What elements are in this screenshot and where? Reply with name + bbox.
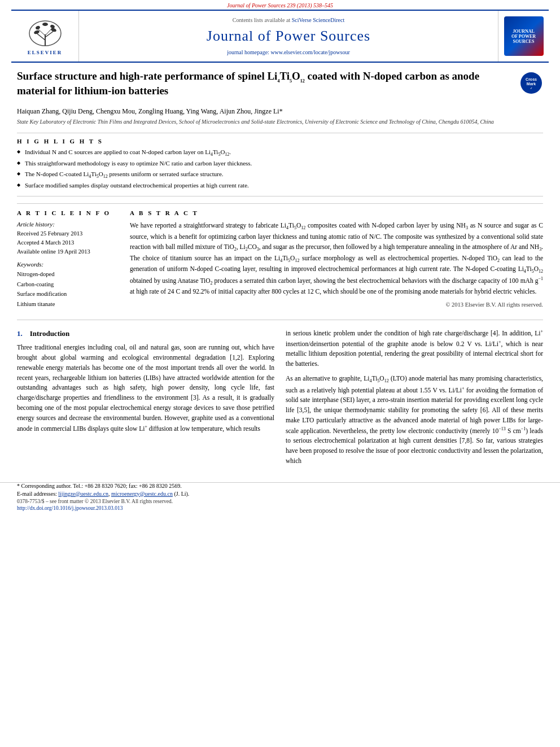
keyword-2: Carbon-coating bbox=[17, 279, 119, 290]
abstract-label: A B S T R A C T bbox=[130, 209, 543, 216]
doi-link[interactable]: http://dx.doi.org/10.1016/j.jpowsour.201… bbox=[17, 505, 123, 511]
issn-line: 0378-7753/$ – see front matter © 2013 El… bbox=[17, 499, 543, 504]
article-history-group: Article history: Received 25 February 20… bbox=[17, 221, 119, 256]
article-history-label: Article history: bbox=[17, 221, 119, 228]
keywords-group: Keywords: Nitrogen-doped Carbon-coating … bbox=[17, 261, 119, 309]
affiliation: State Key Laboratory of Electronic Thin … bbox=[17, 118, 543, 126]
introduction-two-col: 1. Introduction Three traditional energi… bbox=[17, 328, 543, 471]
doi-line: http://dx.doi.org/10.1016/j.jpowsour.201… bbox=[17, 505, 543, 511]
homepage-link[interactable]: journal homepage: www.elsevier.com/locat… bbox=[227, 49, 350, 55]
email-note: E-mail addresses: lijingze@uestc.edu.cn,… bbox=[17, 491, 543, 497]
available-date: Available online 19 April 2013 bbox=[17, 247, 119, 256]
intro-para-3: As an alternative to graphite, Li4Ti5O12… bbox=[286, 374, 543, 466]
keyword-4: Lithium titanate bbox=[17, 299, 119, 309]
keyword-1: Nitrogen-doped bbox=[17, 269, 119, 279]
intro-heading: 1. Introduction bbox=[17, 328, 274, 339]
svg-text:Cross: Cross bbox=[526, 77, 537, 81]
journal-header-center: Contents lists available at SciVerse Sci… bbox=[79, 11, 498, 62]
highlight-item-1: Individual N and C sources are applied t… bbox=[17, 148, 543, 158]
authors-line: Haiquan Zhang, Qijiu Deng, Chengxu Mou, … bbox=[17, 107, 543, 116]
article-info-abstract: A R T I C L E I N F O Article history: R… bbox=[17, 203, 543, 320]
introduction-section: 1. Introduction Three traditional energi… bbox=[17, 328, 543, 471]
main-content: Surface structure and high-rate performa… bbox=[0, 63, 560, 471]
received-date: Received 25 February 2013 bbox=[17, 229, 119, 238]
highlight-item-2: This straightforward methodology is easy… bbox=[17, 159, 543, 168]
highlight-item-3: The N-doped C-coated Li4Ti5O12 presents … bbox=[17, 170, 543, 180]
intro-para-1: Three traditional energies including coa… bbox=[17, 343, 274, 434]
contents-available-text: Contents lists available at SciVerse Sci… bbox=[233, 17, 345, 23]
keywords-label: Keywords: bbox=[17, 261, 119, 268]
email-label: E-mail addresses: bbox=[17, 491, 57, 497]
corresponding-author-note: * Corresponding author. Tel.: +86 28 832… bbox=[17, 483, 543, 489]
keyword-3: Surface modification bbox=[17, 289, 119, 299]
highlights-label: H I G H L I G H T S bbox=[17, 138, 543, 145]
email-link-2[interactable]: microenergy@uestc.edu.cn bbox=[111, 491, 173, 497]
highlight-item-4: Surface modified samples display outstan… bbox=[17, 181, 543, 190]
copyright-text: © 2013 Elsevier B.V. All rights reserved… bbox=[130, 302, 543, 308]
svg-text:✓: ✓ bbox=[530, 86, 532, 90]
elsevier-tree-icon bbox=[25, 18, 65, 49]
sciverse-link[interactable]: SciVerse ScienceDirect bbox=[292, 17, 345, 23]
journal-header: ELSEVIER Contents lists available at Sci… bbox=[11, 10, 549, 63]
email-link[interactable]: lijingze@uestc.edu.cn bbox=[58, 491, 108, 497]
article-title: Surface structure and high-rate performa… bbox=[17, 69, 515, 98]
highlights-section: H I G H L I G H T S Individual N and C s… bbox=[17, 133, 543, 197]
elsevier-logo: ELSEVIER bbox=[25, 18, 65, 55]
svg-point-11 bbox=[42, 23, 48, 26]
section-number: 1. bbox=[17, 329, 23, 338]
crossmark-badge: Cross Mark ✓ bbox=[520, 72, 543, 95]
intro-para-2: in serious kinetic problem under the con… bbox=[286, 328, 543, 369]
elsevier-label: ELSEVIER bbox=[28, 50, 63, 55]
article-info-label: A R T I C L E I N F O bbox=[17, 209, 119, 216]
journal-homepage: journal homepage: www.elsevier.com/locat… bbox=[227, 49, 350, 55]
journal-logo-text: JOURNALOF POWERSOURCES bbox=[511, 29, 536, 44]
journal-reference: Journal of Power Sources 239 (2013) 538–… bbox=[227, 2, 333, 8]
page-footer: * Corresponding author. Tel.: +86 28 832… bbox=[0, 482, 560, 517]
accepted-date: Accepted 4 March 2013 bbox=[17, 238, 119, 247]
journal-title: Journal of Power Sources bbox=[207, 28, 370, 45]
journal-logo-area: JOURNALOF POWERSOURCES bbox=[498, 11, 549, 62]
svg-text:Mark: Mark bbox=[527, 82, 536, 86]
intro-col-left: 1. Introduction Three traditional energi… bbox=[17, 328, 274, 471]
keywords-list: Nitrogen-doped Carbon-coating Surface mo… bbox=[17, 269, 119, 309]
page-wrapper: Journal of Power Sources 239 (2013) 538–… bbox=[0, 0, 560, 517]
abstract-text: We have reported a straightforward strat… bbox=[130, 221, 543, 297]
article-title-section: Surface structure and high-rate performa… bbox=[17, 69, 543, 103]
elsevier-logo-area: ELSEVIER bbox=[11, 11, 79, 62]
article-info-column: A R T I C L E I N F O Article history: R… bbox=[17, 209, 119, 314]
intro-col-right: in serious kinetic problem under the con… bbox=[286, 328, 543, 471]
journal-logo-box: JOURNALOF POWERSOURCES bbox=[504, 16, 544, 56]
crossmark-icon: Cross Mark ✓ bbox=[520, 72, 542, 94]
abstract-column: A B S T R A C T We have reported a strai… bbox=[130, 209, 543, 314]
journal-reference-bar: Journal of Power Sources 239 (2013) 538–… bbox=[0, 0, 560, 10]
